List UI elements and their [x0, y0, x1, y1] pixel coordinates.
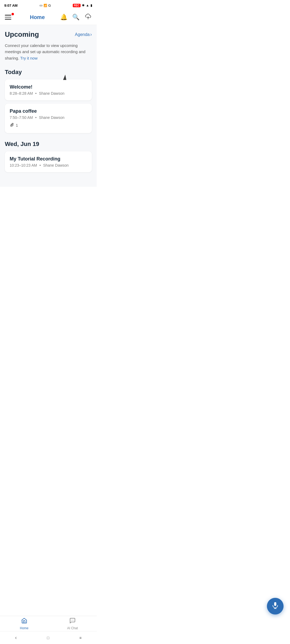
menu-button[interactable]: [5, 12, 15, 22]
hamburger-icon: [5, 19, 11, 20]
attachment-icon: [10, 122, 15, 128]
agenda-label: Agenda: [75, 32, 90, 37]
wifi-icon: ▲: [86, 3, 89, 7]
video-icon: ▭: [39, 3, 42, 7]
app-header: Home 🔔 🔍: [0, 10, 97, 25]
event-time: 10:23–10:23 AM: [10, 163, 37, 167]
event-title: Welcome!: [10, 84, 87, 90]
upcoming-section-header: Upcoming Agenda ›: [5, 30, 92, 39]
upcoming-title: Upcoming: [5, 30, 39, 39]
today-title: Today: [5, 69, 92, 76]
status-icons-right: REC ✱ ▲ ▮: [73, 3, 92, 7]
separator: •: [39, 163, 41, 167]
record-icon: REC: [73, 4, 81, 7]
wed-title: Wed, Jun 19: [5, 141, 92, 148]
event-meta: 7:50–7:50 AM • Shane Dawson: [10, 115, 87, 120]
event-card-tutorial[interactable]: My Tutorial Recording 10:23–10:23 AM • S…: [5, 151, 92, 172]
bluetooth-icon: ✱: [82, 3, 85, 7]
hamburger-icon: [5, 17, 11, 18]
notification-badge: [12, 13, 14, 15]
event-time: 7:50–7:50 AM: [10, 115, 33, 120]
event-host: Shane Dawson: [43, 163, 69, 167]
try-link[interactable]: Try it now: [20, 56, 37, 60]
event-card-papa-coffee[interactable]: Papa coffee 7:50–7:50 AM • Shane Dawson …: [5, 104, 92, 133]
main-content: Upcoming Agenda › Connect your calendar …: [0, 25, 97, 187]
event-title: Papa coffee: [10, 108, 87, 114]
separator: •: [35, 91, 37, 96]
upload-cloud-icon[interactable]: [84, 13, 92, 21]
status-time: 9:07 AM: [4, 3, 17, 8]
battery-icon: ▮: [90, 3, 92, 7]
search-icon[interactable]: 🔍: [72, 14, 79, 21]
g-icon: G: [48, 3, 51, 8]
signal-icon: 📶: [44, 4, 47, 7]
event-meta: 8:28–8:28 AM • Shane Dawson: [10, 91, 87, 96]
header-actions: 🔔 🔍: [60, 13, 92, 21]
event-time: 8:28–8:28 AM: [10, 91, 33, 96]
status-bar: 9:07 AM ▭ 📶 G REC ✱ ▲ ▮: [0, 0, 97, 10]
agenda-link[interactable]: Agenda ›: [75, 32, 92, 37]
upcoming-description: Connect your calendar to view upcoming m…: [5, 42, 92, 61]
event-host: Shane Dawson: [39, 115, 64, 120]
status-icons-left: ▭ 📶 G: [39, 3, 51, 8]
attachment-count: 1: [16, 123, 18, 127]
agenda-chevron: ›: [90, 32, 92, 37]
event-title: My Tutorial Recording: [10, 156, 87, 162]
separator: •: [35, 115, 37, 120]
hamburger-icon: [5, 15, 11, 16]
event-host: Shane Dawson: [39, 91, 64, 96]
event-meta: 10:23–10:23 AM • Shane Dawson: [10, 163, 87, 167]
event-attachments: 1: [10, 122, 87, 128]
today-section: Today Welcome! 8:28–8:28 AM • Shane Daws…: [5, 69, 92, 133]
event-card-welcome[interactable]: Welcome! 8:28–8:28 AM • Shane Dawson: [5, 79, 92, 100]
page-title: Home: [30, 14, 45, 20]
wed-section: Wed, Jun 19 My Tutorial Recording 10:23–…: [5, 141, 92, 172]
notification-icon[interactable]: 🔔: [60, 14, 67, 21]
